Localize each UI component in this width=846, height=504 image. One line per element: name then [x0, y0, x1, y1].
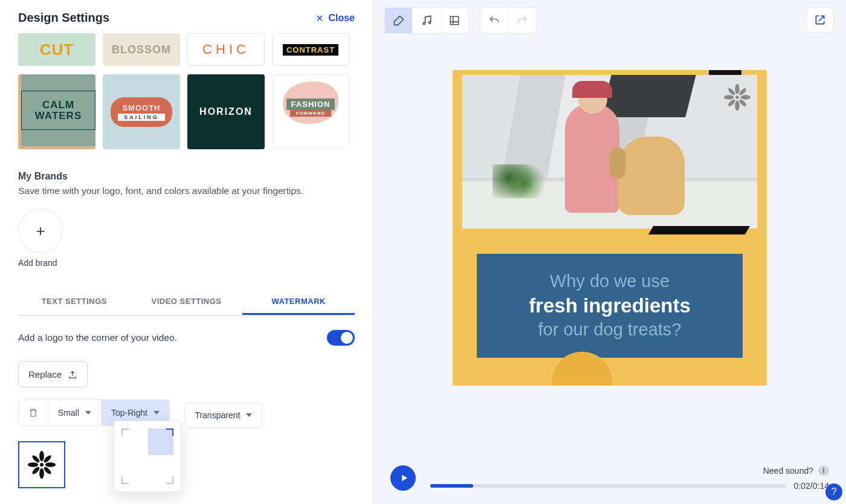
theme-smooth-sailing[interactable]: SMOOTHSAILING: [103, 74, 180, 149]
preview-toolbar: [373, 0, 846, 41]
chevron-down-icon: [153, 411, 160, 415]
svg-point-9: [423, 22, 425, 24]
info-icon[interactable]: i: [818, 465, 829, 476]
svg-point-17: [738, 87, 748, 96]
svg-point-18: [727, 99, 736, 108]
trash-icon: [28, 407, 38, 418]
canvas-watermark: [723, 83, 751, 111]
plus-icon: +: [36, 222, 45, 241]
svg-point-5: [43, 454, 53, 464]
theme-horizon[interactable]: HORIZON: [187, 74, 265, 149]
preview-caption: Why do we use fresh ingredients for our …: [477, 254, 743, 358]
delete-watermark-button[interactable]: [19, 400, 48, 425]
svg-point-3: [45, 462, 56, 467]
svg-point-19: [738, 99, 748, 108]
undo-icon: [488, 15, 500, 27]
svg-point-13: [735, 101, 739, 111]
caption-line-2: fresh ingredients: [529, 293, 691, 319]
pen-icon: [393, 15, 405, 27]
position-label: Top-Right: [111, 408, 147, 418]
tab-text-settings[interactable]: TEXT SETTINGS: [18, 289, 131, 315]
replace-button[interactable]: Replace: [18, 361, 88, 387]
caption-line-3: for our dog treats?: [538, 318, 682, 341]
position-bottom-right[interactable]: [166, 477, 173, 484]
close-label: Close: [328, 13, 355, 24]
music-icon: [421, 15, 433, 27]
replace-label: Replace: [28, 369, 62, 380]
undo-button[interactable]: [480, 8, 508, 33]
decor-bar: [648, 226, 750, 234]
audio-tool-button[interactable]: [413, 8, 441, 33]
theme-blossom[interactable]: BLOSSOM: [103, 33, 180, 66]
theme-chic[interactable]: CHIC: [187, 33, 265, 66]
svg-rect-11: [450, 16, 459, 25]
svg-point-8: [40, 463, 44, 467]
chevron-down-icon: [85, 411, 91, 415]
panel-title: Design Settings: [18, 11, 109, 25]
svg-point-1: [39, 468, 44, 479]
position-grid: [121, 428, 173, 484]
size-label: Small: [58, 408, 79, 418]
caption-line-1: Why do we use: [550, 270, 670, 293]
timeline-progress: [430, 484, 473, 488]
position-top-left[interactable]: [121, 428, 129, 436]
settings-tabs: TEXT SETTINGS VIDEO SETTINGS WATERMARK: [18, 289, 355, 315]
watermark-toggle[interactable]: [327, 330, 355, 346]
close-icon: [315, 13, 325, 23]
upload-icon: [68, 370, 77, 380]
my-brands-title: My Brands: [18, 171, 355, 182]
svg-point-12: [735, 84, 739, 94]
position-bottom-left[interactable]: [121, 477, 129, 484]
help-button[interactable]: ?: [825, 483, 842, 500]
theme-cut[interactable]: CUT: [18, 33, 95, 66]
position-popover[interactable]: [114, 421, 181, 492]
watermark-desc: Add a logo to the corner of your video.: [18, 332, 177, 343]
theme-fashion-forward[interactable]: FASHIONFORWARD: [272, 74, 349, 149]
flower-icon: [723, 83, 751, 112]
svg-point-4: [31, 454, 41, 464]
my-brands-desc: Save time with your logo, font, and colo…: [18, 186, 355, 196]
close-button[interactable]: Close: [315, 13, 355, 24]
time-display: 0:02/0:14: [794, 481, 829, 491]
play-icon: [399, 473, 409, 483]
export-icon: [814, 14, 826, 26]
svg-point-6: [31, 466, 41, 476]
redo-icon: [516, 15, 528, 27]
export-button[interactable]: [806, 7, 834, 33]
theme-calm-waters[interactable]: CALM WATERS: [18, 74, 95, 149]
svg-point-20: [735, 95, 739, 99]
watermark-logo-preview[interactable]: [18, 441, 65, 488]
svg-point-16: [727, 87, 736, 96]
panel-header: Design Settings Close: [0, 0, 373, 33]
aspect-icon: [449, 15, 460, 26]
design-settings-panel: Design Settings Close CUT BLOSSOM CHIC C…: [0, 0, 373, 504]
add-brand-button[interactable]: +: [18, 208, 63, 253]
svg-point-0: [39, 451, 44, 461]
design-tool-button[interactable]: [385, 8, 413, 33]
theme-contrast[interactable]: CONTRAST: [272, 33, 349, 66]
chevron-down-icon: [246, 413, 252, 417]
svg-point-14: [724, 95, 734, 99]
opacity-label: Transparent: [195, 410, 240, 420]
timeline-scrubber[interactable]: [430, 484, 786, 488]
add-brand-label: Add brand: [18, 258, 355, 268]
preview-photo: [462, 75, 757, 228]
svg-point-15: [741, 95, 751, 99]
tab-video-settings[interactable]: VIDEO SETTINGS: [131, 289, 243, 315]
svg-point-2: [28, 462, 38, 467]
preview-panel: Why do we use fresh ingredients for our …: [373, 0, 846, 504]
position-top-right[interactable]: [166, 428, 173, 436]
video-canvas[interactable]: Why do we use fresh ingredients for our …: [453, 70, 767, 386]
svg-point-7: [43, 466, 53, 476]
opacity-dropdown[interactable]: Transparent: [184, 402, 262, 428]
player-bar: Need sound? i 0:02/0:14: [373, 465, 846, 491]
tab-watermark[interactable]: WATERMARK: [242, 289, 355, 315]
flower-icon: [27, 450, 56, 479]
size-dropdown[interactable]: Small: [48, 400, 102, 425]
play-button[interactable]: [390, 465, 416, 491]
canvas-area: Why do we use fresh ingredients for our …: [373, 41, 846, 504]
need-sound-label[interactable]: Need sound?: [763, 466, 813, 476]
svg-point-10: [428, 22, 430, 24]
aspect-tool-button[interactable]: [441, 8, 468, 33]
redo-button[interactable]: [508, 8, 536, 33]
